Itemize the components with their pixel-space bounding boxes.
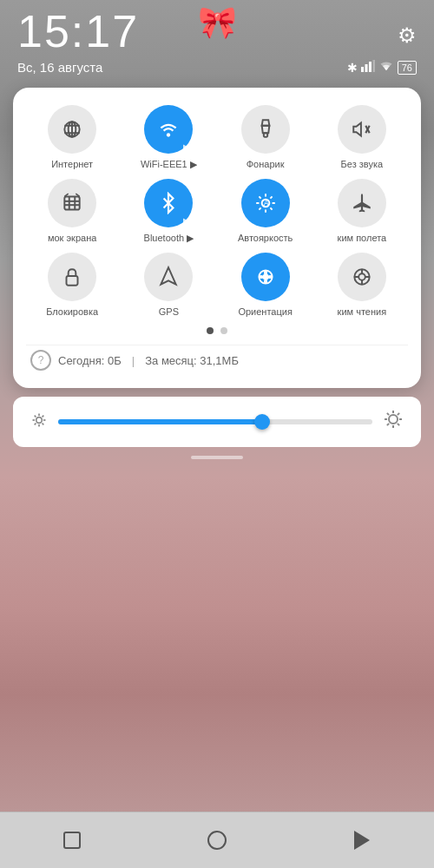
qs-item-wifi[interactable]: WiFi-EEE1 ▶ — [122, 105, 214, 170]
svg-point-45 — [389, 415, 398, 424]
nav-back-button[interactable] — [345, 823, 379, 858]
brightness-fill — [58, 419, 262, 424]
svg-rect-27 — [67, 276, 78, 286]
qs-circle-sound[interactable] — [338, 105, 386, 154]
brightness-low-icon — [30, 411, 48, 433]
nav-home-icon — [207, 831, 227, 850]
qs-circle-internet[interactable] — [48, 105, 96, 154]
qs-label-autobrightness: Автояркость — [238, 233, 293, 243]
qs-item-gps[interactable]: GPS — [122, 253, 214, 317]
qs-label-flashlight: Фонарик — [247, 159, 285, 169]
qs-circle-flashlight[interactable] — [241, 105, 290, 154]
qs-label-airplane: ким полета — [338, 233, 387, 243]
nav-square-icon — [63, 832, 81, 849]
svg-line-41 — [35, 415, 36, 417]
brightness-bar — [13, 397, 421, 447]
dot-2[interactable] — [220, 327, 227, 334]
qs-label-gps: GPS — [159, 306, 179, 317]
svg-point-31 — [358, 273, 365, 280]
date-text: Вс, 16 августа — [17, 60, 102, 75]
qs-item-bluetooth[interactable]: Bluetooth ▶ — [122, 179, 214, 244]
qs-circle-gps[interactable] — [144, 253, 193, 301]
svg-point-29 — [263, 274, 267, 279]
svg-rect-0 — [361, 67, 364, 72]
brightness-high-icon — [383, 409, 404, 435]
qs-item-orientation[interactable]: Ориентация — [220, 253, 312, 317]
svg-line-53 — [387, 424, 389, 425]
svg-text:A: A — [263, 199, 268, 207]
brightness-slider[interactable] — [58, 419, 372, 424]
data-usage: ? Сегодня: 0Б | За месяц: 31,1МБ — [26, 345, 408, 375]
nav-back-icon — [354, 831, 370, 850]
qs-circle-orientation[interactable] — [241, 253, 290, 301]
bottom-nav — [0, 812, 434, 868]
svg-point-36 — [36, 417, 43, 423]
svg-line-42 — [43, 423, 44, 424]
svg-rect-2 — [369, 62, 372, 72]
data-today: Сегодня: 0Б — [58, 354, 122, 367]
handle-bar — [191, 456, 243, 459]
brightness-thumb[interactable] — [254, 414, 270, 430]
svg-line-43 — [43, 415, 44, 417]
svg-line-50 — [387, 413, 389, 415]
svg-rect-8 — [263, 133, 266, 136]
qs-label-wifi: WiFi-EEE1 ▶ — [141, 159, 197, 170]
data-usage-icon: ? — [30, 350, 51, 371]
qs-label-internet: Интернет — [51, 159, 93, 169]
qs-label-sound: Без звука — [341, 159, 384, 169]
battery-icon: 76 — [398, 61, 417, 75]
clock: 15:17 — [17, 9, 139, 54]
qs-circle-screenshot[interactable] — [48, 179, 96, 227]
qs-label-orientation: Ориентация — [238, 306, 292, 317]
dot-1[interactable] — [207, 327, 214, 334]
date-bar: Вс, 16 августа ✱ 76 — [0, 58, 434, 83]
svg-line-44 — [35, 423, 36, 424]
quick-settings-grid: Интернет WiFi-EEE1 ▶ — [26, 105, 408, 317]
qs-circle-airplane[interactable] — [338, 179, 386, 227]
svg-line-51 — [398, 424, 399, 425]
qs-item-flashlight[interactable]: Фонарик — [220, 105, 312, 170]
quick-settings-panel: Интернет WiFi-EEE1 ▶ — [13, 88, 421, 388]
svg-rect-1 — [365, 64, 367, 72]
qs-circle-lock[interactable] — [48, 253, 96, 301]
qs-item-internet[interactable]: Интернет — [26, 105, 118, 170]
qs-item-autobrightness[interactable]: A Автояркость — [220, 179, 312, 244]
signal-icon — [361, 60, 375, 75]
qs-item-lock[interactable]: Блокировка — [26, 253, 118, 317]
qs-item-airplane[interactable]: ким полета — [316, 179, 408, 244]
nav-recents-button[interactable] — [55, 823, 89, 858]
status-icons: ✱ 76 — [347, 60, 417, 75]
qs-circle-reading[interactable] — [338, 253, 386, 301]
drag-handle — [0, 456, 434, 459]
settings-icon[interactable]: ⚙ — [398, 23, 417, 48]
svg-rect-3 — [372, 60, 375, 72]
qs-item-screenshot[interactable]: мок экрана — [26, 179, 118, 244]
qs-circle-bluetooth[interactable] — [144, 179, 193, 227]
bluetooth-status-icon: ✱ — [347, 61, 358, 75]
svg-line-22 — [259, 196, 260, 198]
svg-line-52 — [398, 413, 399, 415]
data-month: За месяц: 31,1МБ — [145, 354, 239, 367]
svg-rect-12 — [64, 196, 79, 209]
qs-circle-wifi[interactable] — [144, 105, 193, 154]
svg-point-7 — [167, 133, 170, 136]
data-separator: | — [132, 354, 135, 367]
qs-circle-autobrightness[interactable]: A — [241, 179, 290, 227]
nav-home-button[interactable] — [200, 823, 234, 858]
qs-label-screenshot: мок экрана — [48, 233, 96, 243]
qs-label-bluetooth: Bluetooth ▶ — [144, 233, 194, 244]
qs-label-lock: Блокировка — [46, 306, 98, 317]
qs-item-sound[interactable]: Без звука — [316, 105, 408, 170]
ribbon-decoration: 🎀 — [198, 4, 237, 41]
svg-line-25 — [259, 207, 260, 209]
qs-label-reading: ким чтения — [338, 306, 387, 317]
wifi-status-icon — [378, 60, 394, 75]
page-dots — [26, 327, 408, 334]
svg-line-24 — [270, 196, 272, 198]
svg-line-23 — [270, 207, 272, 209]
qs-item-reading[interactable]: ким чтения — [316, 253, 408, 317]
